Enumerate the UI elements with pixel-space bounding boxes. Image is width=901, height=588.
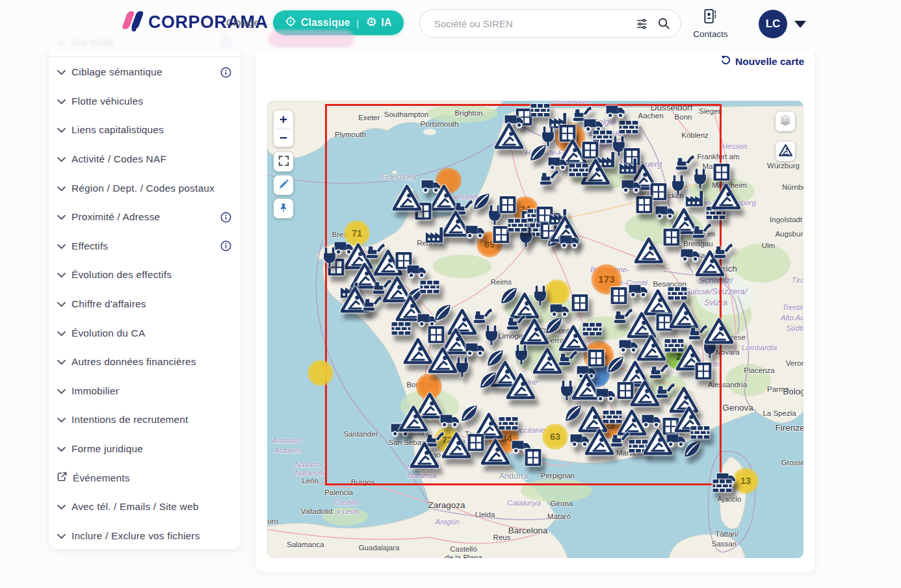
sign-marker[interactable] <box>392 184 421 213</box>
sidebar-item[interactable]: Flotte véhicules <box>49 87 241 116</box>
window-marker[interactable] <box>608 285 630 306</box>
chevron-down-icon <box>57 530 66 542</box>
bricks-marker[interactable] <box>690 421 711 442</box>
bricks-marker[interactable] <box>391 318 412 339</box>
map-canvas[interactable]: PlymouthExeterSouthamptonPortsmouthBrigh… <box>267 101 803 558</box>
mode-ia-button[interactable]: IA <box>366 16 392 30</box>
bricks-marker[interactable] <box>498 412 519 433</box>
bricks-marker[interactable] <box>507 214 529 235</box>
truck-marker[interactable] <box>641 409 662 430</box>
search-icon[interactable] <box>657 17 670 30</box>
avatar[interactable]: LC <box>759 10 787 38</box>
sidebar-item[interactable]: Évolution du CA <box>49 318 241 348</box>
plug-marker[interactable] <box>319 246 341 268</box>
sidebar-item-label: Chiffre d'affaires <box>72 298 146 310</box>
contacts-button[interactable]: Contacts <box>692 8 729 39</box>
sliders-icon[interactable] <box>636 18 648 29</box>
excavator-marker[interactable] <box>608 429 630 450</box>
cluster-badge[interactable] <box>307 360 333 386</box>
sidebar-item[interactable]: Activité / Codes NAF <box>49 145 241 174</box>
sidebar-item[interactable]: Évolution des effectifs <box>49 261 241 290</box>
bricks-marker[interactable] <box>582 318 603 340</box>
roadwork-toggle-button[interactable] <box>776 142 795 161</box>
excavator-marker[interactable] <box>471 305 493 327</box>
excavator-marker[interactable] <box>673 151 695 173</box>
plug-marker[interactable] <box>481 325 503 346</box>
chevron-down-icon <box>57 385 66 397</box>
window-marker[interactable] <box>633 194 655 216</box>
sidebar-item[interactable]: Inclure / Exclure vos fichiers <box>49 522 241 551</box>
sign-marker[interactable] <box>637 334 666 363</box>
external-link-icon <box>57 472 67 484</box>
factory-marker[interactable] <box>423 224 445 245</box>
chevron-down-icon <box>57 443 66 455</box>
excavator-marker[interactable] <box>556 348 578 369</box>
fullscreen-button[interactable] <box>274 152 293 172</box>
bricks-marker[interactable] <box>712 474 733 496</box>
truck-marker[interactable] <box>605 101 627 121</box>
sign-marker[interactable] <box>428 346 458 376</box>
sidebar-item-label: Activité / Codes NAF <box>72 153 166 165</box>
sign-marker[interactable] <box>712 182 741 211</box>
sign-marker[interactable] <box>704 317 733 346</box>
info-icon[interactable] <box>220 240 231 251</box>
window-marker[interactable] <box>660 227 682 248</box>
sign-marker[interactable] <box>506 372 535 402</box>
hidden-pink-badge <box>268 30 354 47</box>
sidebar-item-label: Proximité / Adresse <box>72 211 160 223</box>
leaf-marker[interactable] <box>477 370 499 391</box>
excavator-marker[interactable] <box>712 240 733 261</box>
window-marker[interactable] <box>711 162 733 183</box>
truck-marker[interactable] <box>621 175 642 196</box>
sidebar-item[interactable]: Proximité / Adresse <box>49 203 241 232</box>
truck-marker[interactable] <box>465 220 486 242</box>
bricks-marker[interactable] <box>568 159 589 181</box>
window-marker[interactable] <box>497 194 519 216</box>
excavator-marker[interactable] <box>360 293 382 314</box>
sidebar-item[interactable]: Événements <box>49 463 241 492</box>
window-marker[interactable] <box>569 292 590 314</box>
chevron-down-icon <box>57 153 66 165</box>
truck-marker[interactable] <box>618 335 639 356</box>
info-icon[interactable] <box>220 212 231 223</box>
zoom-in-button[interactable]: + <box>274 110 293 129</box>
sidebar-item[interactable]: Forme juridique <box>49 435 241 464</box>
sidebar-item[interactable]: Effectifs <box>49 232 241 261</box>
plug-marker[interactable] <box>530 285 551 306</box>
filter-sidebar: Pré CRM Ciblage sémantiqueFlotte véhicul… <box>49 29 241 549</box>
sidebar-item[interactable]: Chiffre d'affaires <box>49 290 241 319</box>
pin-button[interactable] <box>274 199 293 218</box>
excavator-marker[interactable] <box>537 166 558 188</box>
sidebar-item[interactable]: Ciblage sémantique <box>49 58 241 87</box>
factory-marker[interactable] <box>684 188 705 209</box>
truck-marker[interactable] <box>595 383 616 404</box>
sign-marker[interactable] <box>398 404 428 433</box>
sidebar-item[interactable]: Liens capitalistiques <box>49 116 241 145</box>
new-map-button[interactable]: Nouvelle carte <box>720 55 804 68</box>
search-input[interactable] <box>433 18 627 30</box>
factory-marker[interactable] <box>617 155 638 176</box>
sign-marker[interactable] <box>481 438 510 467</box>
mode-classique-button[interactable]: Classique <box>285 16 350 30</box>
sign-marker[interactable] <box>410 441 439 470</box>
sign-marker[interactable] <box>634 236 663 265</box>
info-icon[interactable] <box>220 67 231 78</box>
draw-button[interactable] <box>274 175 293 195</box>
sidebar-item[interactable]: Région / Dept. / Codes postaux <box>49 173 241 203</box>
layers-button[interactable] <box>776 112 795 131</box>
sidebar-item[interactable]: Intentions de recrutement <box>49 405 241 435</box>
cluster-badge[interactable]: 63 <box>542 424 568 450</box>
sidebar-item[interactable]: Immobilier <box>49 377 241 406</box>
sidebar-item[interactable]: Autres données financières <box>49 348 241 377</box>
window-marker[interactable] <box>692 360 714 381</box>
leaf-marker[interactable] <box>528 142 549 163</box>
chevron-down-icon <box>57 327 66 339</box>
sidebar-item[interactable]: Avec tél. / Emails / Site web <box>49 492 241 522</box>
window-marker[interactable] <box>585 348 607 369</box>
window-marker[interactable] <box>523 446 544 468</box>
sign-marker[interactable] <box>494 121 523 151</box>
zoom-out-button[interactable]: − <box>274 129 293 147</box>
caret-down-icon[interactable] <box>794 21 806 28</box>
truck-marker[interactable] <box>439 409 460 430</box>
truck-marker[interactable] <box>558 230 580 251</box>
